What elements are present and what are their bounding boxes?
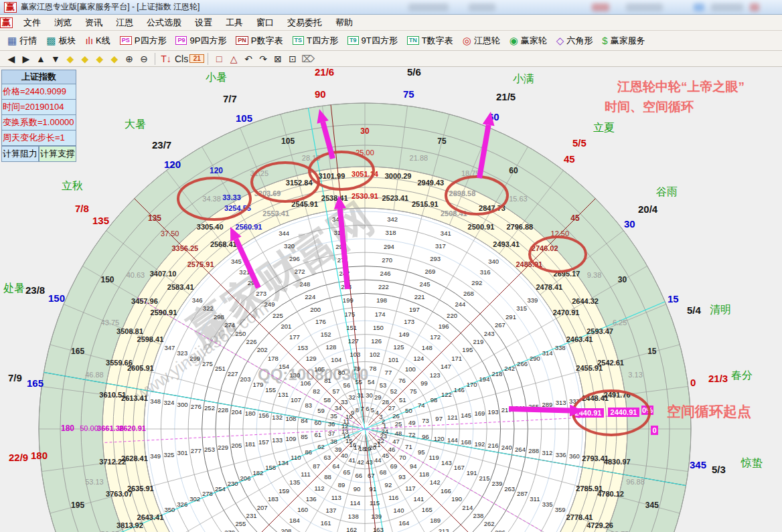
rotate-ccw-icon[interactable]: ↶ bbox=[241, 53, 256, 65]
menu-item-资讯[interactable]: 资讯 bbox=[78, 15, 109, 31]
zoom-out-icon[interactable]: ⊖ bbox=[137, 53, 151, 65]
annotation-note-line2: 时间、空间循环 bbox=[605, 100, 694, 114]
wheel-label: 145 bbox=[461, 412, 471, 419]
cls-button[interactable]: Cls bbox=[173, 53, 189, 65]
gann-wheel-chart[interactable]: 赢家财富网www.yingjia360.comQQ:10080036012345… bbox=[0, 67, 782, 532]
wheel-label: 222 bbox=[378, 283, 389, 290]
toolbar-button-行情[interactable]: ▦行情 bbox=[3, 33, 42, 48]
blurred-artifact bbox=[750, 3, 759, 11]
wheel-label: 30 bbox=[360, 126, 370, 136]
toolbar-button-T四方形[interactable]: TST四方形 bbox=[288, 33, 343, 48]
wheel-label: 252 bbox=[204, 404, 215, 412]
toolbar-button-赢家服务[interactable]: $赢家服务 bbox=[597, 33, 649, 48]
wheel-label: 275 bbox=[202, 360, 213, 367]
menu-item-公式选股[interactable]: 公式选股 bbox=[140, 15, 188, 31]
wheel-label: 101 bbox=[388, 356, 399, 363]
toolbar-button-六角形[interactable]: ◇六角形 bbox=[552, 33, 598, 48]
wheel-label: 239 bbox=[491, 480, 502, 487]
wheel-label: 137 bbox=[326, 507, 337, 514]
wheel-label: 119 bbox=[429, 454, 439, 461]
diamond-left-icon[interactable]: ◆ bbox=[63, 53, 78, 65]
menu-item-文件[interactable]: 文件 bbox=[17, 15, 48, 31]
expand-icon[interactable]: ⊠ bbox=[270, 53, 285, 65]
wheel-label: 70 bbox=[399, 454, 406, 461]
toolbar-button-K线[interactable]: ılıK线 bbox=[80, 33, 114, 48]
wheel-label: 311 bbox=[530, 495, 540, 503]
wheel-label: 262 bbox=[484, 520, 495, 527]
wheel-label: 24 bbox=[381, 428, 388, 435]
wheel-label: 77 bbox=[385, 369, 392, 376]
wheel-label: 2575.91 bbox=[187, 260, 214, 268]
wheel-label: 196 bbox=[439, 323, 449, 330]
calendar-label: 5/6 bbox=[407, 67, 421, 78]
wheel-label: 299 bbox=[189, 355, 200, 362]
calendar-label: 15 bbox=[668, 293, 679, 304]
annotation-arrow bbox=[509, 409, 570, 410]
wheel-label: 105 bbox=[314, 365, 325, 373]
toolbar-button-T数字表[interactable]: TNT数字表 bbox=[402, 33, 458, 48]
calendar-label: 75 bbox=[403, 88, 414, 100]
nav-left-icon[interactable]: ◀ bbox=[4, 53, 19, 65]
square-tool-icon[interactable]: □ bbox=[212, 53, 226, 65]
wheel-label: 2644.32 bbox=[572, 297, 599, 305]
calc-support-button[interactable]: 计算支撑 bbox=[39, 146, 76, 162]
wheel-label: 2500.91 bbox=[468, 223, 495, 231]
diamond-down-icon[interactable]: ◆ bbox=[107, 53, 122, 65]
wheel-label: 117 bbox=[405, 484, 415, 492]
wheel-label: 200 bbox=[310, 306, 321, 313]
triangle-tool-icon[interactable]: △ bbox=[226, 53, 241, 65]
toolbar-button-江恩轮[interactable]: ◎江恩轮 bbox=[458, 33, 505, 48]
wheel-label: 21.88 bbox=[410, 154, 428, 162]
toolbar-button-板块[interactable]: ▩板块 bbox=[42, 33, 80, 48]
wheel-label: 43.75 bbox=[101, 319, 120, 327]
wheel-label: 342 bbox=[387, 215, 398, 223]
shrink-icon[interactable]: ⊡ bbox=[285, 53, 300, 65]
menu-item-窗口[interactable]: 窗口 bbox=[250, 15, 281, 31]
wheel-label: 349 bbox=[150, 452, 161, 460]
wheel-label: 31 bbox=[357, 391, 364, 399]
wheel-label: 73 bbox=[422, 417, 429, 424]
calendar-label: 120 bbox=[164, 159, 181, 170]
menu-item-江恩[interactable]: 江恩 bbox=[109, 15, 140, 31]
toolbar-label: 9T四方形 bbox=[362, 35, 398, 47]
wheel-label: 345 bbox=[231, 258, 242, 265]
wheel-label: 276 bbox=[191, 403, 202, 410]
wheel-label: 2620.91 bbox=[119, 424, 146, 432]
blurred-artifact bbox=[711, 3, 743, 11]
calc-resistance-button[interactable]: 计算阻力 bbox=[1, 146, 39, 162]
erase-icon[interactable]: ⌦ bbox=[300, 53, 316, 65]
calendar-icon[interactable]: 21 bbox=[189, 54, 204, 63]
wheel-label: 109 bbox=[285, 435, 296, 442]
toolbar-button-9P四方形[interactable]: P99P四方形 bbox=[171, 33, 231, 48]
toolbar-button-9T四方形[interactable]: T99T四方形 bbox=[343, 33, 402, 48]
wheel-label: 121 bbox=[447, 414, 458, 421]
wheel-label: 34 bbox=[335, 404, 342, 412]
diamond-up-icon[interactable]: ◆ bbox=[92, 53, 107, 65]
window-title: 赢家江恩专业版[赢家服务平台] - [上证指数 江恩轮] bbox=[21, 1, 200, 13]
nav-right-icon[interactable]: ▶ bbox=[19, 53, 33, 65]
toolbar-button-P四方形[interactable]: PSP四方形 bbox=[115, 33, 171, 48]
rotate-cw-icon[interactable]: ↷ bbox=[256, 53, 270, 65]
diamond-right-icon[interactable]: ◆ bbox=[78, 53, 92, 65]
time-axis-icon[interactable]: T↓ bbox=[159, 53, 173, 65]
wheel-label: 336 bbox=[556, 451, 566, 458]
wheel-label: 55 bbox=[355, 378, 362, 385]
nav-down-icon[interactable]: ▼ bbox=[48, 53, 63, 65]
calendar-label: 180 bbox=[31, 450, 48, 461]
wheel-label: 245 bbox=[420, 280, 431, 288]
wheel-label: 76 bbox=[398, 377, 406, 384]
wheel-label: 82 bbox=[313, 387, 320, 395]
wheel-label: 122 bbox=[441, 391, 452, 398]
menu-item-浏览[interactable]: 浏览 bbox=[48, 15, 78, 31]
nav-up-icon[interactable]: ▲ bbox=[33, 53, 48, 65]
toolbar-button-P数字表[interactable]: PNP数字表 bbox=[231, 33, 287, 48]
zoom-in-icon[interactable]: ⊕ bbox=[122, 53, 137, 65]
calendar-label: 春分 bbox=[731, 369, 753, 381]
wheel-label: 2898.58 bbox=[449, 189, 476, 197]
toolbar-button-赢家轮[interactable]: ◉赢家轮 bbox=[505, 33, 552, 48]
wheel-label: 2613.41 bbox=[121, 394, 148, 402]
menu-item-帮助[interactable]: 帮助 bbox=[329, 15, 360, 31]
menu-item-交易委托[interactable]: 交易委托 bbox=[281, 15, 329, 31]
menu-item-工具[interactable]: 工具 bbox=[219, 15, 250, 31]
menu-item-设置[interactable]: 设置 bbox=[188, 15, 219, 31]
